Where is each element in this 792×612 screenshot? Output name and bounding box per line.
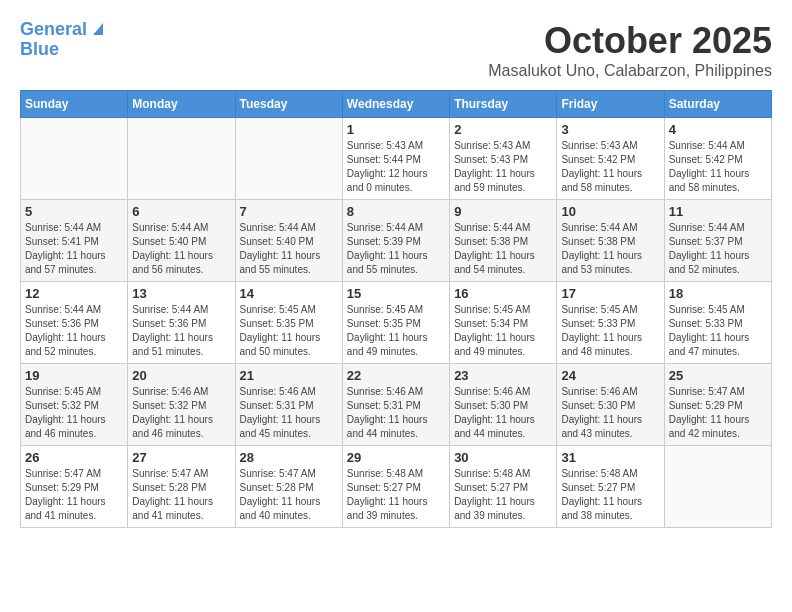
day-info: Sunrise: 5:44 AM Sunset: 5:38 PM Dayligh… xyxy=(454,221,552,277)
day-number: 13 xyxy=(132,286,230,301)
day-info: Sunrise: 5:48 AM Sunset: 5:27 PM Dayligh… xyxy=(561,467,659,523)
day-number: 26 xyxy=(25,450,123,465)
day-info: Sunrise: 5:47 AM Sunset: 5:28 PM Dayligh… xyxy=(132,467,230,523)
calendar-cell: 28Sunrise: 5:47 AM Sunset: 5:28 PM Dayli… xyxy=(235,446,342,528)
calendar-cell: 4Sunrise: 5:44 AM Sunset: 5:42 PM Daylig… xyxy=(664,118,771,200)
day-info: Sunrise: 5:46 AM Sunset: 5:32 PM Dayligh… xyxy=(132,385,230,441)
calendar-week-row: 19Sunrise: 5:45 AM Sunset: 5:32 PM Dayli… xyxy=(21,364,772,446)
day-info: Sunrise: 5:44 AM Sunset: 5:36 PM Dayligh… xyxy=(25,303,123,359)
day-info: Sunrise: 5:44 AM Sunset: 5:40 PM Dayligh… xyxy=(240,221,338,277)
calendar-header: SundayMondayTuesdayWednesdayThursdayFrid… xyxy=(21,91,772,118)
day-info: Sunrise: 5:43 AM Sunset: 5:44 PM Dayligh… xyxy=(347,139,445,195)
calendar-week-row: 12Sunrise: 5:44 AM Sunset: 5:36 PM Dayli… xyxy=(21,282,772,364)
day-info: Sunrise: 5:45 AM Sunset: 5:35 PM Dayligh… xyxy=(240,303,338,359)
calendar-body: 1Sunrise: 5:43 AM Sunset: 5:44 PM Daylig… xyxy=(21,118,772,528)
day-number: 2 xyxy=(454,122,552,137)
weekday-header: Saturday xyxy=(664,91,771,118)
weekday-header: Friday xyxy=(557,91,664,118)
day-info: Sunrise: 5:44 AM Sunset: 5:39 PM Dayligh… xyxy=(347,221,445,277)
day-info: Sunrise: 5:45 AM Sunset: 5:32 PM Dayligh… xyxy=(25,385,123,441)
calendar-cell: 2Sunrise: 5:43 AM Sunset: 5:43 PM Daylig… xyxy=(450,118,557,200)
day-number: 27 xyxy=(132,450,230,465)
day-info: Sunrise: 5:45 AM Sunset: 5:34 PM Dayligh… xyxy=(454,303,552,359)
day-number: 30 xyxy=(454,450,552,465)
day-info: Sunrise: 5:47 AM Sunset: 5:28 PM Dayligh… xyxy=(240,467,338,523)
calendar-cell: 6Sunrise: 5:44 AM Sunset: 5:40 PM Daylig… xyxy=(128,200,235,282)
day-info: Sunrise: 5:44 AM Sunset: 5:38 PM Dayligh… xyxy=(561,221,659,277)
svg-marker-0 xyxy=(93,23,103,35)
location-title: Masalukot Uno, Calabarzon, Philippines xyxy=(488,62,772,80)
calendar-cell: 16Sunrise: 5:45 AM Sunset: 5:34 PM Dayli… xyxy=(450,282,557,364)
calendar-cell: 3Sunrise: 5:43 AM Sunset: 5:42 PM Daylig… xyxy=(557,118,664,200)
day-number: 17 xyxy=(561,286,659,301)
day-info: Sunrise: 5:46 AM Sunset: 5:30 PM Dayligh… xyxy=(454,385,552,441)
weekday-header: Monday xyxy=(128,91,235,118)
calendar-week-row: 26Sunrise: 5:47 AM Sunset: 5:29 PM Dayli… xyxy=(21,446,772,528)
day-number: 16 xyxy=(454,286,552,301)
day-number: 4 xyxy=(669,122,767,137)
day-info: Sunrise: 5:45 AM Sunset: 5:33 PM Dayligh… xyxy=(669,303,767,359)
calendar-cell: 18Sunrise: 5:45 AM Sunset: 5:33 PM Dayli… xyxy=(664,282,771,364)
calendar-cell xyxy=(128,118,235,200)
day-info: Sunrise: 5:46 AM Sunset: 5:31 PM Dayligh… xyxy=(347,385,445,441)
calendar-cell: 26Sunrise: 5:47 AM Sunset: 5:29 PM Dayli… xyxy=(21,446,128,528)
calendar-cell: 8Sunrise: 5:44 AM Sunset: 5:39 PM Daylig… xyxy=(342,200,449,282)
calendar-cell: 27Sunrise: 5:47 AM Sunset: 5:28 PM Dayli… xyxy=(128,446,235,528)
calendar-table: SundayMondayTuesdayWednesdayThursdayFrid… xyxy=(20,90,772,528)
calendar-cell: 24Sunrise: 5:46 AM Sunset: 5:30 PM Dayli… xyxy=(557,364,664,446)
day-number: 20 xyxy=(132,368,230,383)
day-number: 23 xyxy=(454,368,552,383)
day-info: Sunrise: 5:44 AM Sunset: 5:41 PM Dayligh… xyxy=(25,221,123,277)
calendar-cell xyxy=(235,118,342,200)
calendar-cell: 30Sunrise: 5:48 AM Sunset: 5:27 PM Dayli… xyxy=(450,446,557,528)
day-number: 31 xyxy=(561,450,659,465)
calendar-cell: 5Sunrise: 5:44 AM Sunset: 5:41 PM Daylig… xyxy=(21,200,128,282)
calendar-cell: 19Sunrise: 5:45 AM Sunset: 5:32 PM Dayli… xyxy=(21,364,128,446)
day-number: 5 xyxy=(25,204,123,219)
day-number: 25 xyxy=(669,368,767,383)
day-info: Sunrise: 5:46 AM Sunset: 5:30 PM Dayligh… xyxy=(561,385,659,441)
calendar-cell: 11Sunrise: 5:44 AM Sunset: 5:37 PM Dayli… xyxy=(664,200,771,282)
calendar-cell xyxy=(21,118,128,200)
day-number: 9 xyxy=(454,204,552,219)
calendar-cell: 21Sunrise: 5:46 AM Sunset: 5:31 PM Dayli… xyxy=(235,364,342,446)
day-number: 1 xyxy=(347,122,445,137)
calendar-week-row: 1Sunrise: 5:43 AM Sunset: 5:44 PM Daylig… xyxy=(21,118,772,200)
day-number: 21 xyxy=(240,368,338,383)
day-number: 28 xyxy=(240,450,338,465)
calendar-cell: 10Sunrise: 5:44 AM Sunset: 5:38 PM Dayli… xyxy=(557,200,664,282)
calendar-cell: 13Sunrise: 5:44 AM Sunset: 5:36 PM Dayli… xyxy=(128,282,235,364)
logo-arrow-icon xyxy=(89,19,107,37)
calendar-cell: 31Sunrise: 5:48 AM Sunset: 5:27 PM Dayli… xyxy=(557,446,664,528)
day-info: Sunrise: 5:47 AM Sunset: 5:29 PM Dayligh… xyxy=(669,385,767,441)
calendar-cell: 7Sunrise: 5:44 AM Sunset: 5:40 PM Daylig… xyxy=(235,200,342,282)
calendar-cell: 1Sunrise: 5:43 AM Sunset: 5:44 PM Daylig… xyxy=(342,118,449,200)
weekday-header: Tuesday xyxy=(235,91,342,118)
weekday-header: Wednesday xyxy=(342,91,449,118)
day-info: Sunrise: 5:45 AM Sunset: 5:33 PM Dayligh… xyxy=(561,303,659,359)
weekday-row: SundayMondayTuesdayWednesdayThursdayFrid… xyxy=(21,91,772,118)
logo: General Blue xyxy=(20,20,107,60)
calendar-cell: 17Sunrise: 5:45 AM Sunset: 5:33 PM Dayli… xyxy=(557,282,664,364)
calendar-cell: 15Sunrise: 5:45 AM Sunset: 5:35 PM Dayli… xyxy=(342,282,449,364)
month-title: October 2025 xyxy=(488,20,772,62)
day-info: Sunrise: 5:44 AM Sunset: 5:40 PM Dayligh… xyxy=(132,221,230,277)
day-number: 19 xyxy=(25,368,123,383)
calendar-cell: 25Sunrise: 5:47 AM Sunset: 5:29 PM Dayli… xyxy=(664,364,771,446)
day-info: Sunrise: 5:43 AM Sunset: 5:42 PM Dayligh… xyxy=(561,139,659,195)
day-number: 18 xyxy=(669,286,767,301)
logo-text: General xyxy=(20,20,87,40)
day-number: 11 xyxy=(669,204,767,219)
calendar-cell: 22Sunrise: 5:46 AM Sunset: 5:31 PM Dayli… xyxy=(342,364,449,446)
day-info: Sunrise: 5:46 AM Sunset: 5:31 PM Dayligh… xyxy=(240,385,338,441)
calendar-cell: 20Sunrise: 5:46 AM Sunset: 5:32 PM Dayli… xyxy=(128,364,235,446)
day-info: Sunrise: 5:48 AM Sunset: 5:27 PM Dayligh… xyxy=(454,467,552,523)
day-number: 10 xyxy=(561,204,659,219)
weekday-header: Thursday xyxy=(450,91,557,118)
day-number: 6 xyxy=(132,204,230,219)
day-info: Sunrise: 5:43 AM Sunset: 5:43 PM Dayligh… xyxy=(454,139,552,195)
page-header: General Blue October 2025 Masalukot Uno,… xyxy=(20,20,772,80)
day-number: 14 xyxy=(240,286,338,301)
day-number: 22 xyxy=(347,368,445,383)
calendar-cell: 9Sunrise: 5:44 AM Sunset: 5:38 PM Daylig… xyxy=(450,200,557,282)
